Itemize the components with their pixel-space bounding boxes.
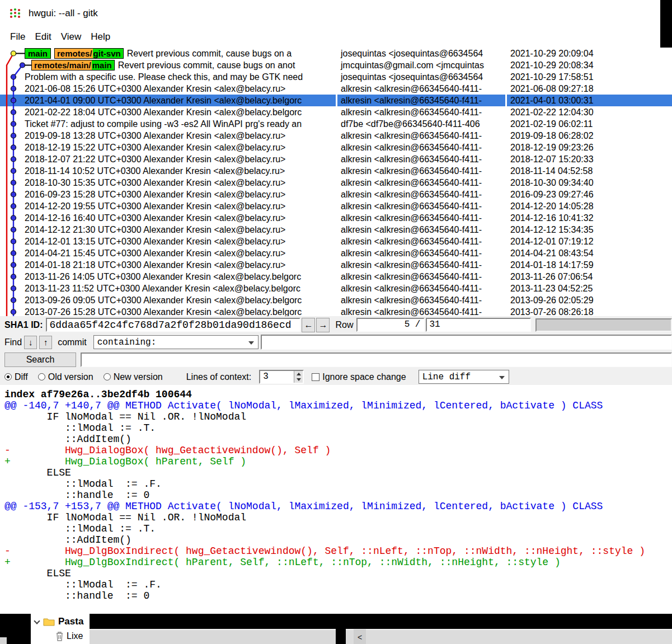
menu-edit[interactable]: Edit [35, 31, 51, 43]
spinner-up-icon[interactable] [294, 371, 303, 377]
commit-row[interactable]: 2014-12-01 13:15 UTC+0300 Alexander Kres… [0, 236, 336, 247]
find-string-input[interactable] [261, 335, 672, 350]
row-position-field[interactable]: 5 / [356, 318, 425, 332]
commit-author[interactable]: alkresin <alkresin@66345640-f411- [337, 189, 505, 200]
commit-row[interactable]: remotes/main/mainRevert previous commit,… [0, 59, 336, 71]
commit-row[interactable]: 2018-11-14 10:52 UTC+0300 Alexander Kres… [0, 165, 336, 177]
radio-new-version[interactable] [104, 373, 111, 380]
commit-date[interactable]: 2018-11-14 04:52:58 [507, 165, 672, 177]
commit-author[interactable]: alkresin <alkresin@66345640-f411- [337, 142, 505, 153]
commit-author[interactable]: alkresin <alkresin@66345640-f411- [337, 200, 505, 212]
commit-date[interactable]: 2021-06-08 09:27:18 [507, 83, 672, 95]
commit-row[interactable]: 2013-11-23 11:52 UTC+0300 Alexander Kres… [0, 283, 336, 294]
commit-author[interactable]: alkresin <alkresin@66345640-f411- [337, 236, 505, 247]
commit-date[interactable]: 2021-10-29 20:09:04 [507, 48, 672, 59]
back-button[interactable]: ← [302, 318, 315, 332]
commit-date[interactable]: 2014-12-12 15:34:35 [507, 224, 672, 236]
commit-author[interactable]: alkresin <alkresin@66345640-f411- [337, 247, 505, 259]
commit-row[interactable]: 2013-09-26 09:05 UTC+0300 Alexander Kres… [0, 294, 336, 306]
commit-author[interactable]: josequintas <josequintas@6634564 [337, 48, 505, 59]
commit-author[interactable]: alkresin <alkresin@66345640-f411- [337, 224, 505, 236]
commit-date[interactable]: 2021-04-01 03:00:31 [507, 95, 672, 106]
commit-row[interactable]: 2018-12-19 15:22 UTC+0300 Alexander Kres… [0, 142, 336, 153]
commit-date[interactable]: 2014-12-20 14:05:28 [507, 200, 672, 212]
commit-author[interactable]: alkresin <alkresin@66345640-f411- [337, 130, 505, 142]
menu-file[interactable]: File [10, 31, 25, 43]
commit-row[interactable]: 2019-09-18 13:28 UTC+0300 Alexander Kres… [0, 130, 336, 142]
commit-author[interactable]: alkresin <alkresin@66345640-f411- [337, 283, 505, 294]
find-next-button[interactable]: ↓ [24, 336, 37, 349]
commit-author[interactable]: jmcquintas@gmail.com <jmcquintas [337, 59, 505, 71]
expand-chevron-icon[interactable] [34, 618, 40, 624]
commit-row[interactable]: 2018-12-07 21:22 UTC+0300 Alexander Kres… [0, 153, 336, 165]
commit-date[interactable]: 2018-12-07 15:20:33 [507, 153, 672, 165]
sha1-input[interactable] [46, 318, 300, 332]
commit-author[interactable]: alkresin <alkresin@66345640-f411- [337, 177, 505, 189]
diff-mode-dropdown[interactable]: Line diff [419, 370, 509, 384]
menu-help[interactable]: Help [91, 31, 110, 43]
commit-row[interactable]: 2021-04-01 09:00 UTC+0300 Alexander Kres… [0, 95, 336, 106]
match-mode-dropdown[interactable]: containing: [93, 335, 259, 349]
search-button[interactable]: Search [4, 352, 76, 367]
commit-row[interactable]: 2013-07-26 15:28 UTC+0300 Alexander Kres… [0, 306, 336, 316]
commit-date[interactable]: 2014-12-01 07:19:12 [507, 236, 672, 247]
commit-date[interactable]: 2013-07-26 08:26:18 [507, 306, 672, 316]
commit-row[interactable]: 2018-10-30 15:35 UTC+0300 Alexander Kres… [0, 177, 336, 189]
commit-author[interactable]: alkresin <alkresin@66345640-f411- [337, 306, 505, 316]
commit-row[interactable]: 2021-02-22 18:04 UTC+0300 Alexander Kres… [0, 106, 336, 118]
forward-button[interactable]: → [316, 318, 330, 332]
spinner-arrows[interactable] [294, 371, 303, 383]
background-scrollbar-right[interactable]: < [346, 629, 672, 644]
commit-row[interactable]: 2014-12-12 21:30 UTC+0300 Alexander Kres… [0, 224, 336, 236]
context-lines-spinner[interactable]: 3 [259, 370, 304, 384]
commit-date[interactable]: 2018-12-19 09:23:26 [507, 142, 672, 153]
commit-author[interactable]: alkresin <alkresin@66345640-f411- [337, 153, 505, 165]
commit-row[interactable]: 2014-01-18 21:18 UTC+0300 Alexander Kres… [0, 259, 336, 271]
background-scrollbar-left[interactable] [90, 629, 336, 644]
commit-row[interactable]: mainremotes/git-svnRevert previous commi… [0, 48, 336, 59]
commit-author[interactable]: alkresin <alkresin@66345640-f411- [337, 212, 505, 224]
menu-view[interactable]: View [61, 31, 82, 43]
commit-author[interactable]: alkresin <alkresin@66345640-f411- [337, 259, 505, 271]
trash-tree-item[interactable]: Lixe [31, 631, 90, 641]
commit-row[interactable]: Ticket #77: adjust to compile using -w3 … [0, 118, 336, 130]
scroll-left-arrow-icon[interactable]: < [354, 629, 366, 644]
commit-date[interactable]: 2021-10-29 20:08:34 [507, 59, 672, 71]
commit-row[interactable]: 2014-12-20 19:55 UTC+0300 Alexander Kres… [0, 200, 336, 212]
commit-date[interactable]: 2021-10-29 17:58:51 [507, 71, 672, 83]
commit-author[interactable]: alkresin <alkresin@66345640-f411- [337, 165, 505, 177]
commit-author[interactable]: alkresin <alkresin@66345640-f411- [337, 271, 505, 283]
commit-author[interactable]: alkresin <alkresin@66345640-f411- [337, 106, 505, 118]
commit-date[interactable]: 2021-02-19 06:02:11 [507, 118, 672, 130]
commit-date[interactable]: 2014-04-21 08:43:54 [507, 247, 672, 259]
commit-date[interactable]: 2018-10-30 09:34:40 [507, 177, 672, 189]
commit-row[interactable]: 2014-04-21 15:45 UTC+0300 Alexander Kres… [0, 247, 336, 259]
commit-date[interactable]: 2014-12-16 10:41:32 [507, 212, 672, 224]
spinner-down-icon[interactable] [294, 377, 303, 383]
diff-view[interactable]: index af79e26a..3be2df4b 100644@@ -140,7… [0, 385, 672, 614]
diff-search-input[interactable] [81, 352, 672, 367]
author-pane[interactable]: josequintas <josequintas@6634564jmcquint… [337, 48, 505, 316]
commit-row[interactable]: 2021-06-08 15:26 UTC+0300 Alexander Kres… [0, 83, 336, 95]
commit-row[interactable]: 2014-12-16 16:40 UTC+0300 Alexander Kres… [0, 212, 336, 224]
find-prev-button[interactable]: ↑ [39, 336, 52, 349]
commit-date[interactable]: 2013-11-23 04:52:25 [507, 283, 672, 294]
commit-date[interactable]: 2016-09-23 09:27:46 [507, 189, 672, 200]
commit-date[interactable]: 2021-02-22 12:04:30 [507, 106, 672, 118]
commit-author[interactable]: alkresin <alkresin@66345640-f411- [337, 294, 505, 306]
commit-author[interactable]: alkresin <alkresin@66345640-f411- [337, 83, 505, 95]
commit-date[interactable]: 2013-11-26 07:06:54 [507, 271, 672, 283]
commit-row[interactable]: 2016-09-23 15:28 UTC+0300 Alexander Kres… [0, 189, 336, 200]
date-pane[interactable]: 2021-10-29 20:09:042021-10-29 20:08:3420… [507, 48, 672, 316]
ignore-space-checkbox[interactable] [312, 373, 319, 381]
commit-author[interactable]: df7be <df7be@66345640-f411-406 [337, 118, 505, 130]
commit-list-hscrollbar[interactable] [535, 318, 672, 332]
commit-row[interactable]: Problem with a specific use. Please chec… [0, 71, 336, 83]
commit-author[interactable]: alkresin <alkresin@66345640-f411- [337, 95, 505, 106]
folder-tree-item[interactable]: Pasta [31, 616, 90, 627]
commit-date[interactable]: 2019-09-18 06:28:02 [507, 130, 672, 142]
commit-author[interactable]: josequintas <josequintas@6634564 [337, 71, 505, 83]
commit-row[interactable]: 2013-11-26 14:05 UTC+0300 Alexander Kres… [0, 271, 336, 283]
subject-pane[interactable]: mainremotes/git-svnRevert previous commi… [0, 48, 336, 316]
commit-date[interactable]: 2014-01-18 14:17:59 [507, 259, 672, 271]
